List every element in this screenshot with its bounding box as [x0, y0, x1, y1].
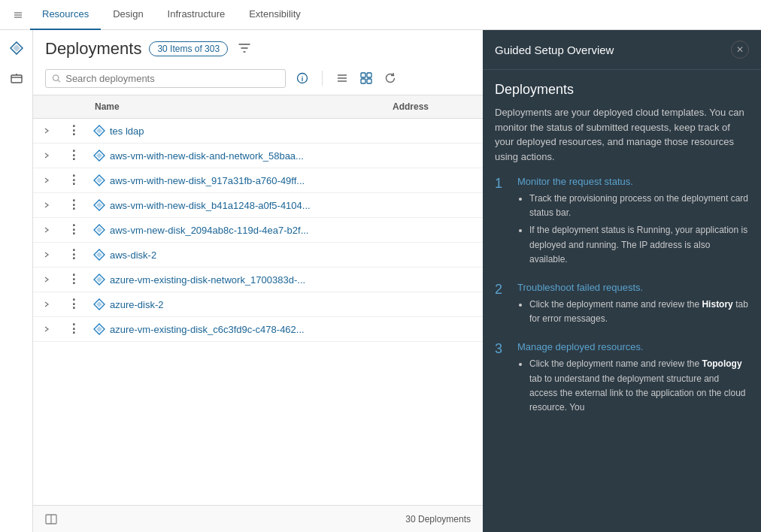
- deployment-name-link[interactable]: tes ldap: [93, 125, 379, 137]
- deployment-name-link[interactable]: aws-vm-with-new-disk_917a31fb-a760-49ff.…: [93, 174, 379, 186]
- refresh-icon[interactable]: [380, 68, 401, 89]
- rp-section-title: Deployments: [495, 82, 749, 98]
- deployment-name-link[interactable]: aws-vm-with-new-disk-and-network_58baa..…: [93, 150, 379, 162]
- svg-marker-11: [96, 128, 102, 134]
- col-header-expand: [33, 95, 60, 119]
- svg-marker-13: [96, 153, 102, 159]
- svg-marker-19: [96, 227, 102, 233]
- rp-step-1: 1 Monitor the request status. Track the …: [495, 176, 749, 270]
- page-title: Deployments: [45, 39, 141, 59]
- table-row: ⋮ azure-vm-existing-disk_c6c3fd9c-c478-4…: [33, 317, 483, 342]
- svg-rect-7: [367, 73, 371, 77]
- deployment-name-link[interactable]: azure-vm-existing-disk-network_1700383d-…: [93, 274, 379, 286]
- svg-marker-23: [96, 277, 102, 283]
- row-menu-button[interactable]: ⋮: [66, 272, 81, 287]
- close-icon: ✕: [736, 44, 744, 55]
- row-expand-button[interactable]: [39, 297, 54, 312]
- deployments-count: 30 Deployments: [405, 514, 471, 524]
- info-icon[interactable]: i: [292, 68, 313, 89]
- split-pane-button[interactable]: [45, 513, 57, 525]
- step-number: 1: [495, 176, 508, 270]
- svg-rect-6: [361, 73, 365, 77]
- table-row: ⋮ azure-disk-2: [33, 292, 483, 317]
- deployment-name-link[interactable]: aws-vm-new-disk_2094ab8c-119d-4ea7-b2f..…: [93, 224, 379, 236]
- row-menu-button[interactable]: ⋮: [66, 198, 81, 213]
- grid-view-icon[interactable]: [356, 68, 377, 89]
- table-row: ⋮ aws-disk-2: [33, 243, 483, 268]
- table-row: ⋮ aws-vm-with-new-disk_b41a1248-a0f5-410…: [33, 193, 483, 218]
- row-expand-button[interactable]: [39, 272, 54, 287]
- table-row: ⋮ azure-vm-existing-disk-network_1700383…: [33, 268, 483, 292]
- row-expand-button[interactable]: [39, 173, 54, 188]
- rp-step-3: 3 Manage deployed resources. Click the d…: [495, 341, 749, 418]
- row-expand-button[interactable]: [39, 148, 54, 163]
- rp-step-2: 2 Troubleshoot failed requests. Click th…: [495, 282, 749, 329]
- deployment-name-link[interactable]: aws-disk-2: [93, 249, 379, 261]
- row-expand-button[interactable]: [39, 322, 54, 337]
- row-expand-button[interactable]: [39, 247, 54, 262]
- step-number: 3: [495, 341, 508, 418]
- table-row: ⋮ aws-vm-with-new-disk-and-network_58baa…: [33, 144, 483, 168]
- row-menu-button[interactable]: ⋮: [66, 222, 81, 237]
- nav-collapse-button[interactable]: [6, 3, 30, 27]
- svg-marker-25: [96, 301, 102, 307]
- list-view-icon[interactable]: [332, 68, 353, 89]
- nav-tab-design[interactable]: Design: [101, 0, 155, 30]
- filter-icon[interactable]: [238, 42, 250, 56]
- svg-rect-2: [11, 75, 22, 83]
- svg-text:i: i: [302, 75, 304, 83]
- guided-setup-title: Guided Setup Overview: [495, 44, 614, 56]
- search-icon: [52, 74, 61, 83]
- table-row: ⋮ aws-vm-with-new-disk_917a31fb-a760-49f…: [33, 168, 483, 193]
- svg-marker-17: [96, 202, 102, 208]
- svg-marker-21: [96, 252, 102, 258]
- row-menu-button[interactable]: ⋮: [66, 173, 81, 188]
- deployment-name-link[interactable]: aws-vm-with-new-disk_b41a1248-a0f5-4104.…: [93, 199, 379, 211]
- close-button[interactable]: ✕: [731, 41, 749, 59]
- step-body: Click the deployment name and review the…: [517, 357, 749, 415]
- col-header-menu: [60, 95, 87, 119]
- svg-point-3: [53, 74, 59, 80]
- step-body: Click the deployment name and review the…: [517, 298, 749, 326]
- nav-tab-infrastructure[interactable]: Infrastructure: [156, 0, 238, 30]
- sidebar-icon-cube[interactable]: [5, 66, 29, 90]
- svg-marker-15: [96, 177, 102, 183]
- svg-marker-27: [96, 326, 102, 332]
- svg-rect-8: [361, 79, 365, 83]
- row-expand-button[interactable]: [39, 222, 54, 237]
- step-body: Track the provisioning process on the de…: [517, 192, 749, 267]
- step-heading: Troubleshoot failed requests.: [517, 282, 749, 293]
- step-number: 2: [495, 282, 508, 329]
- svg-rect-9: [367, 79, 371, 83]
- step-heading: Manage deployed resources.: [517, 341, 749, 352]
- table-row: ⋮ aws-vm-new-disk_2094ab8c-119d-4ea7-b2f…: [33, 218, 483, 243]
- search-input[interactable]: [65, 73, 279, 84]
- step-heading: Monitor the request status.: [517, 176, 749, 187]
- table-row: ⋮ tes ldap: [33, 119, 483, 144]
- row-expand-button[interactable]: [39, 198, 54, 213]
- nav-tab-extensibility[interactable]: Extensibility: [237, 0, 313, 30]
- row-menu-button[interactable]: ⋮: [66, 247, 81, 262]
- sidebar-icon-diamond[interactable]: [5, 36, 29, 60]
- col-header-address[interactable]: Address: [385, 95, 483, 119]
- col-header-name[interactable]: Name: [87, 95, 385, 119]
- row-menu-button[interactable]: ⋮: [66, 123, 81, 138]
- row-expand-button[interactable]: [39, 123, 54, 138]
- nav-tab-resources[interactable]: Resources: [30, 0, 101, 30]
- row-menu-button[interactable]: ⋮: [66, 297, 81, 312]
- deployment-name-link[interactable]: azure-vm-existing-disk_c6c3fd9c-c478-462…: [93, 323, 379, 335]
- row-menu-button[interactable]: ⋮: [66, 148, 81, 163]
- rp-intro: Deployments are your deployed cloud temp…: [495, 105, 749, 164]
- items-badge[interactable]: 30 Items of 303: [149, 41, 228, 56]
- deployment-name-link[interactable]: azure-disk-2: [93, 298, 379, 310]
- row-menu-button[interactable]: ⋮: [66, 322, 81, 337]
